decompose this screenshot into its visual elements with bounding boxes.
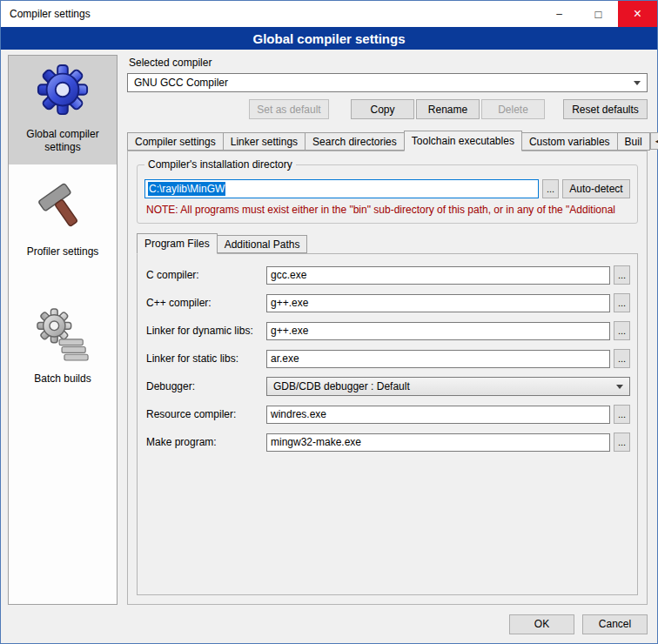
compiler-settings-window: Compiler settings – □ × Global compiler …	[0, 0, 658, 644]
profiler-tool-icon	[36, 180, 90, 234]
static-linker-browse-button[interactable]: ...	[614, 349, 630, 368]
cpp-compiler-label: C++ compiler:	[146, 297, 266, 309]
make-program-label: Make program:	[146, 436, 266, 448]
tab-compiler-settings[interactable]: Compiler settings	[127, 132, 224, 151]
toolchain-executables-panel: Compiler's installation directory C:\ray…	[127, 151, 648, 605]
selected-compiler-dropdown[interactable]: GNU GCC Compiler	[127, 73, 648, 92]
c-compiler-browse-button[interactable]: ...	[614, 265, 630, 285]
installation-directory-value: C:\raylib\MinGW	[148, 182, 225, 196]
tab-toolchain-executables[interactable]: Toolchain executables	[404, 131, 522, 151]
gray-gear-stack-icon	[36, 307, 90, 361]
make-program-value: mingw32-make.exe	[271, 436, 361, 448]
sidebar-item-label: Profiler settings	[27, 245, 99, 258]
sidebar-item-batch-builds[interactable]: Batch builds	[9, 300, 117, 396]
auto-detect-button[interactable]: Auto-detect	[562, 179, 630, 198]
set-as-default-button[interactable]: Set as default	[249, 99, 329, 119]
dynamic-linker-label: Linker for dynamic libs:	[146, 325, 266, 337]
minimize-button[interactable]: –	[540, 1, 579, 27]
title-bar: Compiler settings – □ ×	[1, 1, 657, 27]
debugger-row: Debugger: GDB/CDB debugger : Default	[146, 377, 630, 396]
tab-additional-paths[interactable]: Additional Paths	[217, 235, 308, 253]
dynamic-linker-browse-button[interactable]: ...	[614, 321, 630, 340]
tab-custom-variables[interactable]: Custom variables	[521, 132, 618, 151]
tab-search-directories[interactable]: Search directories	[305, 132, 405, 151]
static-linker-row: Linker for static libs: ar.exe ...	[146, 349, 630, 368]
static-linker-label: Linker for static libs:	[146, 352, 266, 365]
installation-directory-row: C:\raylib\MinGW ... Auto-detect	[144, 179, 630, 198]
resource-compiler-label: Resource compiler:	[146, 408, 266, 420]
resource-compiler-row: Resource compiler: windres.exe ...	[146, 405, 630, 424]
installation-directory-label: Compiler's installation directory	[144, 158, 296, 171]
dialog-footer: OK Cancel	[1, 608, 657, 643]
cancel-button[interactable]: Cancel	[582, 614, 648, 634]
dialog-content: Global compiler settings Profiler settin…	[1, 50, 657, 608]
dialog-header: Global compiler settings	[1, 27, 657, 50]
program-tab-strip: Program Files Additional Paths	[137, 233, 638, 253]
resource-compiler-browse-button[interactable]: ...	[614, 405, 630, 424]
c-compiler-value: gcc.exe	[271, 269, 306, 281]
chevron-down-icon	[634, 81, 641, 85]
reset-defaults-button[interactable]: Reset defaults	[563, 99, 648, 119]
dynamic-linker-row: Linker for dynamic libs: g++.exe ...	[146, 321, 630, 340]
sidebar-item-profiler-settings[interactable]: Profiler settings	[9, 173, 117, 269]
blue-gear-icon	[36, 63, 90, 117]
close-button[interactable]: ×	[618, 1, 657, 27]
install-note: NOTE: All programs must exist either in …	[146, 204, 630, 216]
tab-linker-settings[interactable]: Linker settings	[223, 132, 306, 151]
dynamic-linker-value: g++.exe	[271, 325, 308, 337]
delete-button[interactable]: Delete	[481, 99, 545, 119]
cpp-compiler-input[interactable]: g++.exe	[266, 294, 610, 312]
left-arrow-icon: ◄	[654, 138, 658, 145]
resource-compiler-input[interactable]: windres.exe	[266, 406, 610, 424]
settings-tab-strip: Compiler settings Linker settings Search…	[127, 131, 648, 151]
debugger-label: Debugger:	[146, 380, 266, 392]
selected-compiler-label: Selected compiler	[129, 57, 648, 69]
cpp-compiler-browse-button[interactable]: ...	[614, 293, 630, 312]
window-title: Compiler settings	[1, 1, 540, 27]
close-icon: ×	[634, 7, 641, 21]
cpp-compiler-row: C++ compiler: g++.exe ...	[146, 293, 630, 312]
make-program-input[interactable]: mingw32-make.exe	[266, 433, 610, 452]
sidebar-item-label: Batch builds	[34, 372, 91, 386]
debugger-value: GDB/CDB debugger : Default	[273, 380, 410, 392]
installation-directory-input[interactable]: C:\raylib\MinGW	[144, 179, 539, 198]
static-linker-input[interactable]: ar.exe	[266, 350, 610, 368]
cpp-compiler-value: g++.exe	[271, 297, 308, 309]
c-compiler-input[interactable]: gcc.exe	[266, 266, 610, 285]
tab-scroll-buttons: ◄ ►	[650, 132, 658, 151]
chevron-down-icon	[616, 385, 623, 389]
minimize-icon: –	[556, 9, 562, 19]
sidebar-item-label: Global compiler settings	[12, 128, 113, 154]
rename-button[interactable]: Rename	[416, 99, 480, 119]
maximize-icon: □	[595, 9, 602, 20]
maximize-button[interactable]: □	[579, 1, 618, 27]
debugger-dropdown[interactable]: GDB/CDB debugger : Default	[266, 377, 630, 396]
tab-program-files[interactable]: Program Files	[137, 233, 218, 254]
tab-scroll-left-button[interactable]: ◄	[650, 132, 658, 150]
tab-build-options[interactable]: Buil	[617, 132, 650, 151]
make-program-browse-button[interactable]: ...	[614, 433, 630, 452]
ok-button[interactable]: OK	[509, 614, 574, 634]
c-compiler-label: C compiler:	[146, 269, 266, 281]
program-files-panel: C compiler: gcc.exe ... C++ compiler: g+…	[137, 253, 638, 595]
sidebar-item-global-compiler-settings[interactable]: Global compiler settings	[9, 56, 117, 164]
installation-directory-group: Compiler's installation directory C:\ray…	[137, 164, 638, 224]
settings-sidebar: Global compiler settings Profiler settin…	[8, 55, 118, 605]
static-linker-value: ar.exe	[271, 352, 299, 365]
compiler-actions: Set as default Copy Rename Delete Reset …	[127, 99, 648, 119]
c-compiler-row: C compiler: gcc.exe ...	[146, 265, 630, 285]
resource-compiler-value: windres.exe	[271, 408, 326, 420]
make-program-row: Make program: mingw32-make.exe ...	[146, 433, 630, 452]
main-panel: Selected compiler GNU GCC Compiler Set a…	[127, 55, 648, 605]
dialog-header-title: Global compiler settings	[252, 31, 405, 46]
selected-compiler-value: GNU GCC Compiler	[134, 77, 228, 89]
copy-button[interactable]: Copy	[351, 99, 414, 119]
dynamic-linker-input[interactable]: g++.exe	[266, 322, 610, 340]
installation-directory-browse-button[interactable]: ...	[542, 179, 559, 198]
